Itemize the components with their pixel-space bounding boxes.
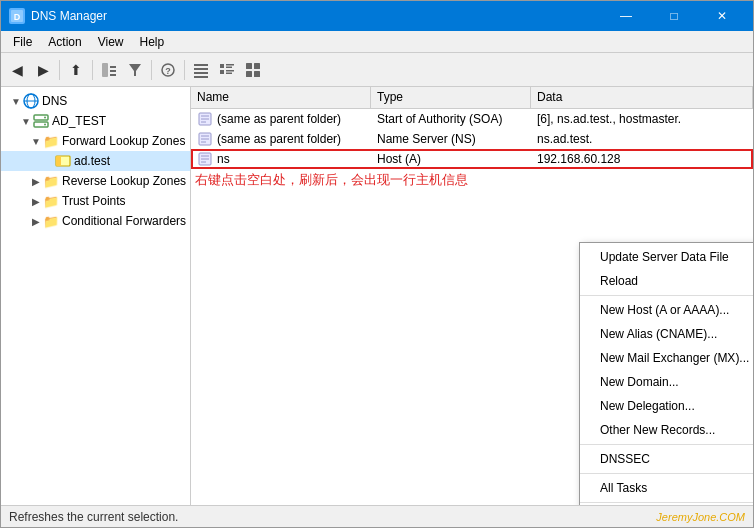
ctx-new-alias[interactable]: New Alias (CNAME)... [580, 322, 753, 346]
server-icon [33, 113, 49, 129]
up-button[interactable]: ⬆ [64, 58, 88, 82]
cell-data-0: [6], ns.ad.test., hostmaster. [531, 111, 753, 127]
folder-forward-icon: 📁 [43, 133, 59, 149]
tree-trust[interactable]: ▶ 📁 Trust Points [1, 191, 190, 211]
cell-name-2: ns [191, 150, 371, 168]
tree-label-dns: DNS [42, 94, 67, 108]
svg-rect-11 [194, 72, 208, 74]
tree-label-trust: Trust Points [62, 194, 126, 208]
svg-rect-17 [226, 70, 234, 72]
menu-help[interactable]: Help [132, 33, 173, 51]
column-headers: Name Type Data [191, 87, 753, 109]
tree-label-forward: Forward Lookup Zones [62, 134, 185, 148]
status-text: Refreshes the current selection. [9, 510, 178, 524]
toolbar: ◀ ▶ ⬆ ? [1, 53, 753, 87]
toolbar-sep-1 [59, 60, 60, 80]
svg-rect-5 [110, 74, 116, 76]
annotation-text: 右键点击空白处，刷新后，会出现一行主机信息 [195, 171, 468, 189]
app-icon: D [9, 8, 25, 24]
cell-data-2: 192.168.60.128 [531, 151, 753, 167]
detail-view-button[interactable] [215, 58, 239, 82]
help-button[interactable]: ? [156, 58, 180, 82]
svg-rect-31 [56, 156, 61, 166]
col-header-type[interactable]: Type [371, 87, 531, 108]
tree-toggle-adtest [41, 154, 55, 168]
context-menu: Update Server Data File Reload New Host … [579, 242, 753, 505]
ctx-reload[interactable]: Reload [580, 269, 753, 293]
tree-panel[interactable]: ▼ DNS ▼ AD_TEST ▼ 📁 Forward Looku [1, 87, 191, 505]
svg-text:D: D [14, 12, 21, 22]
cell-name-0: (same as parent folder) [191, 110, 371, 128]
svg-rect-3 [110, 66, 116, 68]
tree-label-adtest: ad.test [74, 154, 110, 168]
tree-reverse-zones[interactable]: ▶ 📁 Reverse Lookup Zones [1, 171, 190, 191]
cell-type-1: Name Server (NS) [371, 131, 531, 147]
menu-action[interactable]: Action [40, 33, 89, 51]
close-button[interactable]: ✕ [699, 1, 745, 31]
window-controls: — □ ✕ [603, 1, 745, 31]
ctx-sep-3 [580, 473, 753, 474]
ctx-other-records[interactable]: Other New Records... [580, 418, 753, 442]
svg-rect-22 [254, 71, 260, 77]
svg-rect-9 [194, 64, 208, 66]
tree-toggle-reverse[interactable]: ▶ [29, 174, 43, 188]
table-row[interactable]: ns Host (A) 192.168.60.128 [191, 149, 753, 169]
toolbar-sep-2 [92, 60, 93, 80]
folder-conditional-icon: 📁 [43, 213, 59, 229]
svg-point-27 [44, 117, 46, 119]
ctx-new-domain[interactable]: New Domain... [580, 370, 753, 394]
col-header-data[interactable]: Data [531, 87, 753, 108]
ctx-new-delegation[interactable]: New Delegation... [580, 394, 753, 418]
tree-toggle-dns[interactable]: ▼ [9, 94, 23, 108]
record-icon-1 [197, 131, 213, 147]
minimize-button[interactable]: — [603, 1, 649, 31]
svg-rect-20 [254, 63, 260, 69]
cell-type-2: Host (A) [371, 151, 531, 167]
ctx-dnssec[interactable]: DNSSEC ▶ [580, 447, 753, 471]
tree-forward-zones[interactable]: ▼ 📁 Forward Lookup Zones [1, 131, 190, 151]
ctx-new-host[interactable]: New Host (A or AAAA)... [580, 298, 753, 322]
list-panel: Name Type Data (same as parent folder) S… [191, 87, 753, 505]
tree-adtest[interactable]: ad.test [1, 151, 190, 171]
menu-view[interactable]: View [90, 33, 132, 51]
list-view-button[interactable] [189, 58, 213, 82]
folder-reverse-icon: 📁 [43, 173, 59, 189]
table-row[interactable]: (same as parent folder) Name Server (NS)… [191, 129, 753, 149]
maximize-button[interactable]: □ [651, 1, 697, 31]
extra-button[interactable] [241, 58, 265, 82]
tree-toggle-conditional[interactable]: ▶ [29, 214, 43, 228]
ctx-sep-4 [580, 502, 753, 503]
tree-toggle-forward[interactable]: ▼ [29, 134, 43, 148]
watermark: JeremyJone.COM [656, 511, 745, 523]
menu-file[interactable]: File [5, 33, 40, 51]
tree-label-server: AD_TEST [52, 114, 106, 128]
ctx-sep-2 [580, 444, 753, 445]
svg-rect-2 [102, 63, 108, 77]
ctx-update-server[interactable]: Update Server Data File [580, 245, 753, 269]
menu-bar: File Action View Help [1, 31, 753, 53]
tree-conditional[interactable]: ▶ 📁 Conditional Forwarders [1, 211, 190, 231]
show-tree-button[interactable] [97, 58, 121, 82]
tree-toggle-server[interactable]: ▼ [19, 114, 33, 128]
ctx-new-mail[interactable]: New Mail Exchanger (MX)... [580, 346, 753, 370]
cell-type-0: Start of Authority (SOA) [371, 111, 531, 127]
ctx-all-tasks[interactable]: All Tasks ▶ [580, 476, 753, 500]
filter-button[interactable] [123, 58, 147, 82]
main-area: ▼ DNS ▼ AD_TEST ▼ 📁 Forward Looku [1, 87, 753, 505]
back-button[interactable]: ◀ [5, 58, 29, 82]
svg-rect-13 [220, 64, 224, 68]
cell-name-1: (same as parent folder) [191, 130, 371, 148]
tree-server[interactable]: ▼ AD_TEST [1, 111, 190, 131]
col-header-name[interactable]: Name [191, 87, 371, 108]
dns-icon [23, 93, 39, 109]
toolbar-sep-4 [184, 60, 185, 80]
record-icon-2 [197, 151, 213, 167]
tree-label-conditional: Conditional Forwarders [62, 214, 186, 228]
svg-rect-19 [246, 63, 252, 69]
forward-button[interactable]: ▶ [31, 58, 55, 82]
table-row[interactable]: (same as parent folder) Start of Authori… [191, 109, 753, 129]
folder-trust-icon: 📁 [43, 193, 59, 209]
tree-toggle-trust[interactable]: ▶ [29, 194, 43, 208]
tree-dns[interactable]: ▼ DNS [1, 91, 190, 111]
record-icon-0 [197, 111, 213, 127]
